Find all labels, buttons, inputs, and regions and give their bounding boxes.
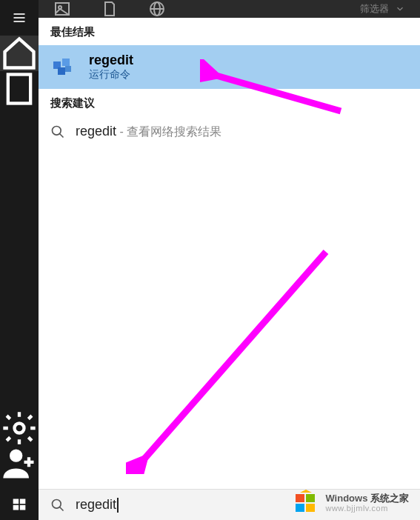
windows-icon [12, 497, 27, 512]
svg-point-4 [15, 424, 24, 433]
start-button[interactable] [0, 489, 39, 520]
suggestions-header: 搜索建议 [39, 89, 420, 116]
svg-point-17 [53, 499, 61, 508]
top-doc-filter[interactable] [101, 0, 119, 18]
suggestion-desc: 查看网络搜索结果 [127, 125, 221, 138]
search-icon [50, 498, 65, 513]
svg-rect-20 [20, 499, 26, 504]
suggestion-query: regedit [76, 124, 116, 139]
svg-rect-14 [65, 66, 71, 72]
menu-button[interactable] [0, 0, 39, 36]
top-web-filter[interactable] [148, 0, 166, 18]
person-icon [0, 444, 39, 483]
gear-icon [0, 409, 39, 447]
watermark-brand-cn: 系统之家 [370, 493, 409, 504]
svg-rect-25 [296, 494, 304, 502]
best-match-subtitle: 运行命令 [89, 68, 133, 81]
web-suggestion-item[interactable]: regedit - 查看网络搜索结果 [39, 116, 420, 147]
top-filter-bar: 筛选器 [39, 0, 420, 18]
best-match-item[interactable]: regedit 运行命令 [39, 45, 420, 89]
account-button[interactable] [0, 446, 39, 481]
watermark-url: www.bjjmlv.com [325, 504, 409, 513]
home-icon [0, 34, 39, 73]
page-icon [101, 0, 119, 18]
left-rail [0, 0, 39, 489]
svg-line-18 [60, 507, 64, 510]
search-input-value: regedit [76, 497, 116, 512]
svg-point-15 [53, 127, 61, 136]
watermark: Windows 系统之家 www.bjjmlv.com [293, 490, 409, 516]
watermark-brand: Windows [325, 493, 367, 504]
svg-rect-22 [20, 505, 26, 510]
svg-rect-12 [62, 59, 70, 66]
image-icon [53, 0, 71, 18]
top-photo-filter[interactable] [53, 0, 71, 18]
svg-rect-19 [13, 499, 19, 504]
results-panel: 最佳结果 regedit 运行命令 搜索建议 regedit - 查看网络搜索结… [39, 18, 420, 489]
search-input[interactable]: regedit [76, 497, 119, 513]
document-filter-button[interactable] [0, 71, 39, 107]
svg-rect-13 [58, 67, 65, 75]
suggestion-separator: - [116, 125, 127, 138]
text-cursor [117, 498, 119, 513]
best-match-header: 最佳结果 [39, 18, 420, 45]
document-icon [0, 70, 39, 108]
svg-rect-28 [306, 504, 315, 512]
search-icon [50, 124, 65, 139]
svg-rect-26 [306, 494, 315, 502]
regedit-icon [50, 54, 77, 81]
chevron-down-icon [395, 4, 405, 14]
filter-label: 筛选器 [360, 2, 389, 16]
home-button[interactable] [0, 36, 39, 71]
svg-rect-21 [13, 505, 19, 510]
hamburger-icon [12, 10, 27, 25]
settings-button[interactable] [0, 410, 39, 446]
svg-line-16 [60, 134, 64, 138]
svg-rect-27 [296, 504, 304, 512]
svg-point-5 [10, 450, 22, 462]
svg-rect-3 [8, 75, 30, 104]
globe-icon [148, 0, 166, 18]
best-match-title: regedit [89, 53, 133, 68]
filter-dropdown[interactable]: 筛选器 [360, 2, 405, 16]
watermark-logo-icon [293, 490, 319, 516]
